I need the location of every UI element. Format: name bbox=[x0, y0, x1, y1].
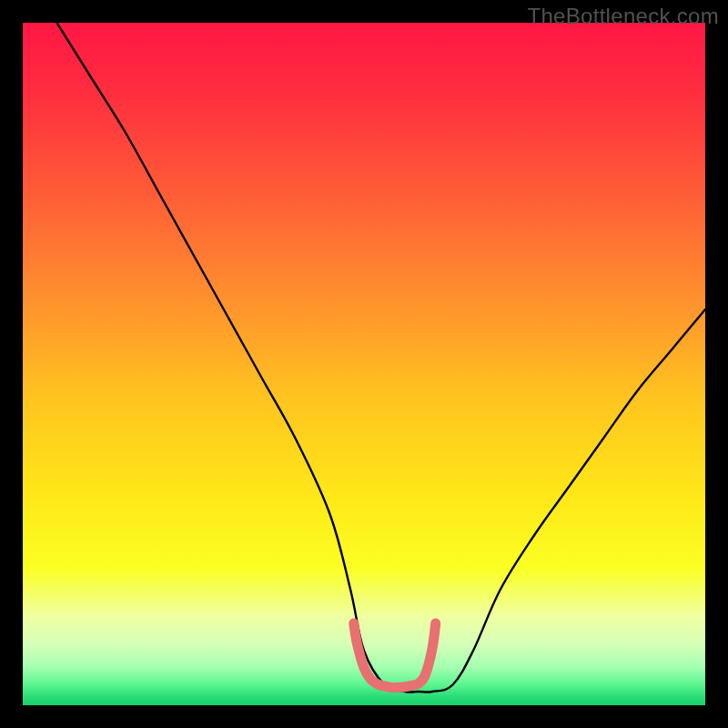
chart-lines-svg bbox=[23, 23, 705, 705]
plot-area bbox=[23, 23, 705, 705]
watermark-text: TheBottleneck.com bbox=[527, 4, 719, 29]
chart-frame: TheBottleneck.com bbox=[0, 0, 728, 728]
bottleneck-curve bbox=[57, 23, 706, 693]
